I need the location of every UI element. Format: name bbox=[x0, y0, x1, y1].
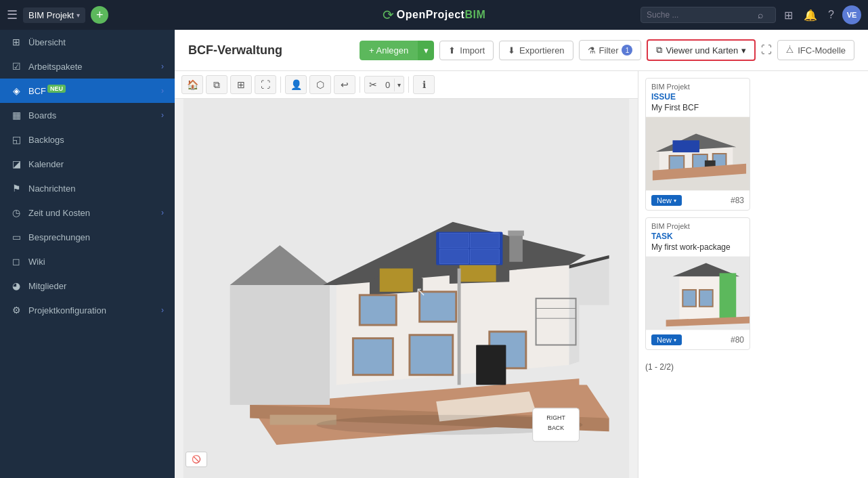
viewer-cards-area: 🏠 ⧉ ⊞ ⛶ 👤 ⬡ ↩ ✂ 0 ▾ ℹ bbox=[175, 71, 868, 478]
card-footer-card1: New ▾ #83 bbox=[646, 191, 750, 210]
sidebar-icon-arbeitspakete: ☑ bbox=[11, 61, 22, 72]
card-number-card1: #83 bbox=[731, 196, 744, 205]
hamburger-icon[interactable]: ☰ bbox=[7, 7, 18, 22]
sidebar-arrow-bcf: › bbox=[161, 86, 164, 95]
sidebar-item-nachrichten[interactable]: ⚑ Nachrichten bbox=[0, 176, 175, 200]
svg-rect-15 bbox=[470, 233, 499, 248]
sidebar-item-arbeitspakete[interactable]: ☑ Arbeitspakete › bbox=[0, 54, 175, 79]
toolbar-shape-btn[interactable]: ⬡ bbox=[309, 75, 331, 94]
sidebar-item-left-arbeitspakete: ☑ Arbeitspakete bbox=[11, 61, 83, 72]
bell-icon[interactable]: 🔔 bbox=[801, 6, 820, 24]
project-selector[interactable]: BIM Projekt ▾ bbox=[23, 7, 85, 23]
toolbar-user-btn[interactable]: 👤 bbox=[285, 75, 307, 94]
status-caret-card2: ▾ bbox=[674, 337, 676, 343]
toolbar-expand-btn[interactable]: ⛶ bbox=[255, 75, 276, 94]
sidebar-icon-zeit-kosten: ◷ bbox=[11, 207, 22, 218]
add-button[interactable]: + bbox=[91, 6, 108, 24]
viewer-icon: ⧉ bbox=[656, 45, 662, 56]
sidebar-item-zeit-kosten[interactable]: ◷ Zeit und Kosten › bbox=[0, 200, 175, 225]
sidebar-item-mitglieder[interactable]: ◕ Mitglieder bbox=[0, 274, 175, 298]
expand-icon[interactable]: ⛶ bbox=[761, 44, 772, 56]
svg-rect-40 bbox=[670, 156, 685, 171]
toolbar-home-btn[interactable]: 🏠 bbox=[181, 75, 203, 94]
sidebar-icon-wiki: ◻ bbox=[11, 256, 22, 267]
sidebar-label-wiki: Wiki bbox=[28, 257, 45, 267]
card-thumbnail-card2 bbox=[646, 256, 750, 330]
viewer-canvas: RIGHT BACK bbox=[175, 99, 638, 478]
grid-icon[interactable]: ⊞ bbox=[781, 6, 796, 24]
svg-rect-18 bbox=[353, 339, 393, 375]
page-title: BCF-Verwaltung bbox=[188, 43, 282, 58]
sidebar-item-kalender[interactable]: ◪ Kalender bbox=[0, 152, 175, 176]
sidebar-item-left-ubersicht: ⊞ Übersicht bbox=[11, 37, 66, 47]
card-status-card1[interactable]: New ▾ bbox=[651, 195, 682, 206]
sidebar-item-left-mitglieder: ◕ Mitglieder bbox=[11, 280, 66, 291]
topbar-center: ⟳ OpenProjectBIM bbox=[383, 7, 485, 23]
anlegen-group: + Anlegen ▾ bbox=[360, 41, 434, 60]
sidebar: ⊞ Übersicht ☑ Arbeitspakete › ◈ BCFNEU ›… bbox=[0, 30, 175, 478]
toolbar-copy-btn[interactable]: ⧉ bbox=[206, 75, 227, 94]
export-icon: ⬇ bbox=[508, 45, 515, 56]
sidebar-item-projektkonfiguration[interactable]: ⚙ Projektkonfiguration › bbox=[0, 298, 175, 322]
sidebar-icon-backlogs: ◱ bbox=[11, 134, 22, 145]
sidebar-arrow-zeit-kosten: › bbox=[161, 208, 164, 217]
ifc-icon: ⧊ bbox=[786, 45, 794, 56]
toolbar-arrow-btn[interactable]: ↩ bbox=[334, 75, 355, 94]
svg-rect-19 bbox=[410, 335, 453, 375]
help-icon[interactable]: ? bbox=[825, 6, 837, 24]
sidebar-item-ubersicht[interactable]: ⊞ Übersicht bbox=[0, 30, 175, 54]
toolbar-scissors-group: ✂ 0 ▾ bbox=[364, 76, 404, 93]
sidebar-label-mitglieder: Mitglieder bbox=[28, 281, 66, 291]
sidebar-label-boards: Boards bbox=[28, 110, 56, 121]
card-title-card1: My First BCF bbox=[651, 103, 744, 112]
viewer-karten-button[interactable]: ⧉ Viewer und Karten ▾ bbox=[647, 39, 756, 61]
svg-text:BACK: BACK bbox=[548, 425, 564, 431]
anlegen-button[interactable]: + Anlegen bbox=[360, 41, 418, 60]
card-footer-card2: New ▾ #80 bbox=[646, 330, 750, 349]
ifc-button[interactable]: ⧊ IFC-Modelle bbox=[777, 40, 854, 60]
filter-button[interactable]: ⚗ Filter 1 bbox=[579, 40, 642, 60]
svg-rect-23 bbox=[476, 345, 506, 385]
sidebar-icon-kalender: ◪ bbox=[11, 158, 22, 169]
sidebar-item-wiki[interactable]: ◻ Wiki bbox=[0, 249, 175, 274]
card-project-card1: BIM Projekt bbox=[651, 83, 744, 91]
sidebar-label-bcf: BCFNEU bbox=[28, 85, 66, 96]
sidebar-item-left-besprechungen: ▭ Besprechungen bbox=[11, 232, 90, 242]
export-button[interactable]: ⬇ Exportieren bbox=[499, 41, 573, 60]
3d-viewer[interactable]: RIGHT BACK ↖ 🚫 bbox=[175, 99, 638, 478]
toolbar-grid-btn[interactable]: ⊞ bbox=[230, 75, 252, 94]
main-layout: ⊞ Übersicht ☑ Arbeitspakete › ◈ BCFNEU ›… bbox=[0, 30, 868, 478]
avatar[interactable]: VE bbox=[842, 5, 861, 24]
toolbar-scissors-dropdown[interactable]: ▾ bbox=[394, 79, 404, 91]
sidebar-item-bcf[interactable]: ◈ BCFNEU › bbox=[0, 79, 175, 103]
sidebar-item-besprechungen[interactable]: ▭ Besprechungen bbox=[0, 225, 175, 249]
cards-container: BIM Projekt ISSUE My First BCF New ▾ #83… bbox=[638, 71, 868, 357]
import-button[interactable]: ⬆ Import bbox=[439, 41, 494, 60]
bcf-card-card2[interactable]: BIM Projekt TASK My first work-package N… bbox=[645, 217, 750, 350]
search-input[interactable] bbox=[647, 10, 755, 20]
project-name: BIM Projekt bbox=[28, 10, 74, 20]
card-project-card2: BIM Projekt bbox=[651, 222, 744, 230]
card-header-card1: BIM Projekt ISSUE My First BCF bbox=[646, 79, 750, 116]
svg-rect-51 bbox=[699, 290, 713, 307]
sidebar-item-backlogs[interactable]: ◱ Backlogs bbox=[0, 127, 175, 152]
card-status-card2[interactable]: New ▾ bbox=[651, 334, 682, 345]
topbar-left: ☰ BIM Projekt ▾ + bbox=[7, 6, 108, 24]
bcf-card-card1[interactable]: BIM Projekt ISSUE My First BCF New ▾ #83 bbox=[645, 78, 750, 211]
svg-rect-16 bbox=[439, 249, 469, 264]
sidebar-icon-besprechungen: ▭ bbox=[11, 232, 22, 242]
viewer-wrapper: 🏠 ⧉ ⊞ ⛶ 👤 ⬡ ↩ ✂ 0 ▾ ℹ bbox=[175, 71, 638, 478]
anlegen-dropdown-button[interactable]: ▾ bbox=[418, 41, 434, 60]
sidebar-item-boards[interactable]: ▦ Boards › bbox=[0, 103, 175, 127]
sidebar-icon-nachrichten: ⚑ bbox=[11, 183, 22, 194]
top-bar: ☰ BIM Projekt ▾ + ⟳ OpenProjectBIM ⌕ ⊞ 🔔… bbox=[0, 0, 868, 30]
sidebar-label-ubersicht: Übersicht bbox=[28, 37, 66, 47]
search-box[interactable]: ⌕ bbox=[641, 7, 776, 23]
sidebar-label-arbeitspakete: Arbeitspakete bbox=[28, 62, 83, 72]
toolbar-scissors-btn[interactable]: ✂ bbox=[365, 77, 381, 93]
topbar-right: ⌕ ⊞ 🔔 ? VE bbox=[641, 5, 861, 24]
search-icon[interactable]: ⌕ bbox=[758, 9, 763, 20]
toolbar-info-btn[interactable]: ℹ bbox=[413, 75, 435, 94]
sidebar-label-kalender: Kalender bbox=[28, 159, 64, 169]
building-svg: RIGHT BACK bbox=[175, 99, 638, 478]
